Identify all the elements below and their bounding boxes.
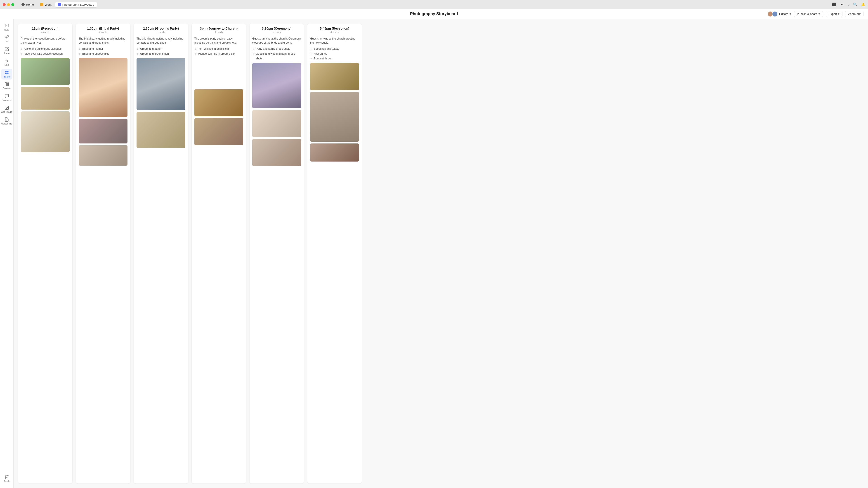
svg-rect-5 [7, 71, 8, 72]
column-bridal-bullets: Bride and mother Bride and bridesmaids [79, 46, 127, 56]
comment-icon [4, 94, 9, 98]
publish-share-label: Publish & share [797, 12, 817, 15]
card-image-17[interactable] [310, 143, 359, 162]
sidebar-item-trash[interactable]: Trash [1, 472, 12, 485]
card-image-12[interactable] [252, 63, 301, 108]
sidebar-item-upload-file[interactable]: Upload file [1, 116, 12, 127]
list-item: View over lake beside reception [24, 52, 70, 57]
column-reception: 12pm (Reception) 4 cards Photos of the r… [18, 24, 72, 484]
card-image-8[interactable] [136, 112, 185, 148]
column-journey-title: 3pm (Journey to Church) [195, 27, 242, 30]
column-reception-eve-count: 4 cards [311, 31, 358, 33]
avatar-group [767, 11, 778, 17]
sidebar-item-comment[interactable]: Comment [1, 92, 12, 103]
sidebar-board-label: Board [4, 75, 10, 78]
minimize-button[interactable] [7, 3, 10, 6]
card-image-6[interactable] [79, 145, 127, 166]
tab-work[interactable]: Work [37, 2, 54, 7]
column-bridal-title: 1:30pm (Bridal Party) [80, 27, 127, 30]
sidebar-comment-label: Comment [2, 99, 11, 101]
svg-rect-10 [8, 83, 8, 86]
sidebar-item-board[interactable]: Board [1, 69, 12, 79]
zoom-out-button[interactable]: Zoom out [845, 11, 864, 17]
svg-rect-6 [5, 73, 6, 74]
device-icon: ⬛ [832, 2, 836, 6]
sidebar-item-line[interactable]: Line [1, 57, 12, 68]
column-reception-title: 12pm (Reception) [22, 27, 69, 30]
sidebar-item-todo[interactable]: To-do [1, 45, 12, 56]
list-item: Bride and bridesmaids [82, 52, 127, 57]
column-journey-desc: The groom's party getting ready includin… [194, 35, 243, 46]
sidebar-line-label: Line [4, 64, 9, 66]
column-ceremony: 3:30pm (Ceremony) 5 cards Guests arrivin… [250, 24, 304, 484]
tab-work-label: Work [45, 3, 52, 6]
card-image-16[interactable] [310, 92, 359, 142]
list-item: First dance [314, 52, 359, 57]
column-journey-bullets: Tom will ride in bride's car Michael wil… [194, 46, 243, 56]
card-image-13[interactable] [252, 110, 301, 137]
column-journey-body: The groom's party getting ready includin… [192, 35, 246, 484]
column-ceremony-title: 3:30pm (Ceremony) [253, 27, 300, 30]
svg-rect-4 [5, 71, 6, 72]
card-image-14[interactable] [252, 139, 301, 166]
card-image-10[interactable] [194, 89, 243, 116]
card-image-1[interactable] [21, 58, 70, 85]
column-grooms-party: 2:30pm (Groom's Party) 3 cards The brida… [134, 24, 188, 484]
toolbar-right: Editors ▾ Publish & share ▾ Export ▾ Zoo… [767, 11, 864, 17]
tab-storyboard[interactable]: Photography Storyboard [55, 2, 97, 7]
column-reception-desc: Photos of the reception centre before th… [21, 35, 70, 46]
card-image-9[interactable] [194, 58, 243, 88]
column-bridal-header: 1:30pm (Bridal Party) 4 cards [76, 24, 130, 35]
column-reception-eve-title: 5:45pm (Reception) [311, 27, 358, 30]
card-image-5[interactable] [79, 119, 127, 143]
tab-home-label: Home [26, 3, 34, 6]
maximize-button[interactable] [11, 3, 14, 6]
card-image-4[interactable] [79, 58, 127, 117]
column-reception-eve-desc: Guests arriving at the church greeting t… [310, 35, 359, 46]
line-icon [4, 59, 9, 63]
close-button[interactable] [3, 3, 6, 6]
card-image-11[interactable] [194, 118, 243, 145]
storyboard-icon [58, 3, 61, 6]
publish-share-button[interactable]: Publish & share ▾ [794, 11, 823, 17]
card-image-7[interactable] [136, 58, 185, 110]
sidebar: Note Link To-do Line Board Column Commen… [0, 19, 13, 488]
help-icon[interactable]: ? [848, 3, 849, 6]
column-bridal-count: 4 cards [80, 31, 127, 33]
list-item: Groom and father [140, 46, 185, 52]
editors-chevron-icon: ▾ [789, 12, 791, 15]
column-reception-bullets: Cake and table dress closeups View over … [21, 46, 70, 56]
card-image-15[interactable] [310, 63, 359, 90]
svg-rect-8 [5, 83, 6, 86]
column-journey-count: 4 cards [195, 31, 242, 33]
zoom-out-label: Zoom out [848, 12, 861, 15]
column-reception-header: 12pm (Reception) 4 cards [18, 24, 72, 35]
column-ceremony-count: 5 cards [253, 31, 300, 33]
sidebar-item-add-image[interactable]: Add image [1, 104, 12, 115]
tab-bar: Home Work Photography Storyboard [19, 2, 97, 7]
card-image-2[interactable] [21, 87, 70, 109]
export-button[interactable]: Export ▾ [826, 11, 843, 17]
sidebar-item-column[interactable]: Column [1, 80, 12, 91]
list-item: Tom will ride in bride's car [198, 46, 243, 52]
trash-icon [4, 475, 9, 480]
sidebar-item-note[interactable]: Note [1, 22, 12, 33]
notification-icon[interactable]: 🔔 [861, 2, 865, 6]
tab-home[interactable]: Home [19, 2, 37, 7]
column-grooms-desc: The bridal party getting ready including… [136, 35, 185, 46]
column-reception-count: 4 cards [22, 31, 69, 33]
list-item: Groom and groomsmen [140, 52, 185, 57]
column-grooms-count: 3 cards [137, 31, 184, 33]
search-icon[interactable]: 🔍 [853, 2, 857, 6]
sidebar-note-label: Note [4, 29, 9, 31]
board-area: 12pm (Reception) 4 cards Photos of the r… [13, 19, 868, 488]
editors-button[interactable]: Editors ▾ [767, 11, 791, 17]
column-grooms-body: The bridal party getting ready including… [134, 35, 188, 484]
column-journey: 3pm (Journey to Church) 4 cards The groo… [192, 24, 246, 484]
list-item: Guests and wedding party group shots [256, 52, 301, 61]
export-chevron-icon: ▾ [838, 12, 839, 15]
sidebar-item-link[interactable]: Link [1, 33, 12, 44]
card-image-3[interactable] [21, 111, 70, 152]
column-grooms-header: 2:30pm (Groom's Party) 3 cards [134, 24, 188, 35]
add-image-icon [4, 105, 9, 110]
